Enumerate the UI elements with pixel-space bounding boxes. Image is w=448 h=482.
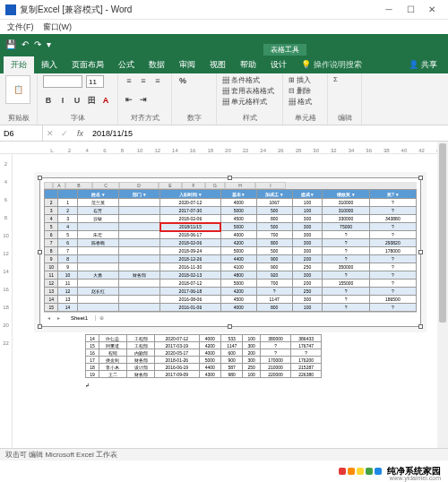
embedded-excel-object[interactable]: ABCDEFGHI 姓名 ▾部门 ▾入职时间 ▾基本 ▾加成工 ▾提成 ▾绩效奖… bbox=[39, 177, 421, 327]
horizontal-ruler[interactable]: L246810121416182022242628303234363840424… bbox=[0, 142, 448, 154]
underline-button[interactable]: U bbox=[72, 95, 82, 106]
number-format-icon[interactable]: % bbox=[177, 75, 188, 86]
font-family-select[interactable] bbox=[43, 75, 82, 88]
formula-value[interactable]: 2018/11/15 bbox=[89, 129, 136, 138]
table-row[interactable]: 1110大勇财务部2018-02-134800920300?? bbox=[45, 271, 417, 280]
table-row[interactable]: 15142016-01-064000800100?? bbox=[45, 304, 417, 312]
table-row[interactable]: 76陈春晓2018-02-064200800300?293820 bbox=[45, 239, 417, 247]
wm-dot bbox=[375, 468, 382, 475]
resize-handle[interactable] bbox=[418, 324, 423, 329]
conditional-format-button[interactable]: ▦ 条件格式 bbox=[222, 75, 260, 85]
tell-me-search[interactable]: 💡 操作说明搜索 bbox=[294, 56, 369, 73]
table-row[interactable]: 21范兰英2020-07-1240001067100310000? bbox=[45, 199, 417, 207]
table-row[interactable]: 1092016-11-304100900250350000? bbox=[45, 263, 417, 271]
maximize-button[interactable]: ☐ bbox=[400, 3, 421, 17]
resize-handle[interactable] bbox=[418, 176, 423, 180]
align-center-icon[interactable]: ≡ bbox=[138, 75, 149, 86]
tab-design[interactable]: 设计 bbox=[263, 56, 294, 73]
indent-increase-icon[interactable]: ⇥ bbox=[138, 94, 149, 105]
vertical-scrollbar[interactable] bbox=[437, 142, 448, 455]
table-row: 16程晴内勤部2020-05-174000600200?? bbox=[86, 349, 322, 357]
table-row[interactable]: 12112018-07-125000700200155000? bbox=[45, 280, 417, 288]
align-left-icon[interactable]: ≡ bbox=[124, 75, 134, 86]
menu-bar: 文件(F) 窗口(W) bbox=[0, 20, 448, 34]
font-size-select[interactable] bbox=[86, 75, 104, 88]
table-row[interactable]: 872018-09-245000500300?178000 bbox=[45, 247, 417, 255]
autosum-icon[interactable]: Σ bbox=[333, 75, 338, 83]
tab-home[interactable]: 开始 bbox=[4, 56, 34, 73]
table-row: 14许仁忠工程部2020-07-124000533100380000386433 bbox=[86, 335, 322, 342]
tab-view[interactable]: 视图 bbox=[202, 56, 233, 73]
border-button[interactable]: 田 bbox=[86, 95, 97, 106]
table-row[interactable]: 14132016-08-0645001147300?186500 bbox=[45, 296, 417, 304]
table-row[interactable]: 542018/11/15500050030075000? bbox=[45, 223, 417, 231]
menu-file[interactable]: 文件(F) bbox=[7, 22, 34, 33]
indent-decrease-icon[interactable]: ⇤ bbox=[124, 94, 134, 105]
save-icon[interactable]: 💾 bbox=[5, 39, 16, 49]
resize-handle[interactable] bbox=[228, 324, 232, 329]
table-row: 18李小木设计部2016-06-194400587250210000215287 bbox=[86, 364, 322, 371]
sheet-nav-prev-icon[interactable]: ◂ bbox=[44, 314, 54, 321]
bold-button[interactable]: B bbox=[43, 95, 54, 106]
undo-icon[interactable]: ↶ bbox=[22, 39, 29, 49]
table-row[interactable]: 65朱宏2018-06-174000700300?? bbox=[45, 231, 417, 239]
resize-handle[interactable] bbox=[228, 176, 232, 180]
sheet-tab[interactable]: Sheet1 bbox=[64, 315, 96, 321]
minimize-button[interactable]: ─ bbox=[378, 3, 400, 17]
resize-handle[interactable] bbox=[38, 250, 42, 254]
table-format-button[interactable]: ▦ 套用表格格式 bbox=[222, 86, 274, 96]
enter-formula-icon[interactable]: ✓ bbox=[57, 129, 72, 138]
tab-insert[interactable]: 插入 bbox=[34, 56, 65, 73]
new-sheet-icon[interactable]: ⊕ bbox=[96, 314, 108, 321]
group-number-label: 数字 bbox=[177, 113, 211, 123]
scrollbar-thumb[interactable] bbox=[439, 143, 446, 323]
app-icon bbox=[5, 4, 16, 15]
column-headers[interactable]: ABCDEFGHI bbox=[44, 182, 417, 189]
close-button[interactable]: ✕ bbox=[421, 3, 443, 17]
fill-color-button[interactable]: A bbox=[100, 95, 111, 106]
name-box[interactable]: D6 bbox=[0, 125, 43, 141]
sheet-nav-next-icon[interactable]: ▸ bbox=[54, 314, 64, 321]
paste-button[interactable]: 📋 bbox=[5, 75, 30, 104]
sheet-tab-bar: ◂ ▸ Sheet1 ⊕ bbox=[44, 312, 417, 323]
redo-icon[interactable]: ↷ bbox=[34, 39, 41, 49]
qat-dropdown-icon[interactable]: ▾ bbox=[47, 39, 51, 49]
tab-layout[interactable]: 页面布局 bbox=[65, 56, 111, 73]
document-page[interactable]: ABCDEFGHI 姓名 ▾部门 ▾入职时间 ▾基本 ▾加成工 ▾提成 ▾绩效奖… bbox=[13, 154, 448, 469]
fx-icon[interactable]: fx bbox=[72, 129, 89, 138]
tab-formulas[interactable]: 公式 bbox=[111, 56, 142, 73]
table-row: 19王二财务部2017-09-094300980100220000226380 bbox=[86, 371, 322, 378]
cancel-formula-icon[interactable]: ✕ bbox=[43, 129, 57, 138]
wm-dot bbox=[366, 468, 373, 475]
delete-cells-button[interactable]: ⊟ 删除 bbox=[289, 86, 311, 96]
tab-review[interactable]: 审阅 bbox=[172, 56, 202, 73]
wm-dot bbox=[339, 468, 346, 475]
wm-dot bbox=[357, 468, 364, 475]
document-workspace: 246810121416182022 ABCDEFGHI 姓名 ▾部门 ▾入职时… bbox=[0, 154, 448, 469]
group-edit-label: 编辑 bbox=[333, 113, 356, 123]
table-row[interactable]: 1312赵长红2017-06-184200?250?? bbox=[45, 288, 417, 296]
title-bar: 复制Excel [兼容模式] - Word ─ ☐ ✕ bbox=[0, 0, 448, 20]
menu-window[interactable]: 窗口(W) bbox=[43, 22, 73, 33]
cell-style-button[interactable]: ▦ 单元格样式 bbox=[222, 97, 267, 107]
tab-help[interactable]: 帮助 bbox=[233, 56, 263, 73]
text-cursor: ↲ bbox=[85, 382, 421, 388]
watermark-url: www.yidaimei.com bbox=[389, 475, 441, 481]
share-button[interactable]: 👤 共享 bbox=[401, 56, 444, 73]
watermark: 纯净系统家园 www.yidaimei.com bbox=[0, 460, 448, 482]
italic-button[interactable]: I bbox=[57, 95, 68, 106]
align-right-icon[interactable]: ≡ bbox=[152, 75, 163, 86]
status-text: 双击可 编辑 Microsoft Excel 工作表 bbox=[5, 450, 117, 460]
resize-handle[interactable] bbox=[38, 324, 42, 329]
table-row[interactable]: 32石芳2017-07-305000500100310000? bbox=[45, 207, 417, 215]
tab-data[interactable]: 数据 bbox=[142, 56, 172, 73]
insert-cells-button[interactable]: ⊞ 插入 bbox=[289, 75, 311, 85]
resize-handle[interactable] bbox=[418, 250, 423, 254]
format-cells-button[interactable]: ▦ 格式 bbox=[289, 97, 312, 107]
quick-access-toolbar: 💾 ↶ ↷ ▾ bbox=[0, 34, 448, 54]
resize-handle[interactable] bbox=[38, 176, 42, 180]
vertical-ruler[interactable]: 246810121416182022 bbox=[0, 154, 13, 469]
embedded-spreadsheet[interactable]: 姓名 ▾部门 ▾入职时间 ▾基本 ▾加成工 ▾提成 ▾绩效奖 ▾奖? ▾ 21范… bbox=[44, 189, 417, 312]
table-row[interactable]: 982018-12-264400900200?? bbox=[45, 255, 417, 263]
table-row[interactable]: 43云敏2018-02-064500800300330000343880 bbox=[45, 215, 417, 223]
